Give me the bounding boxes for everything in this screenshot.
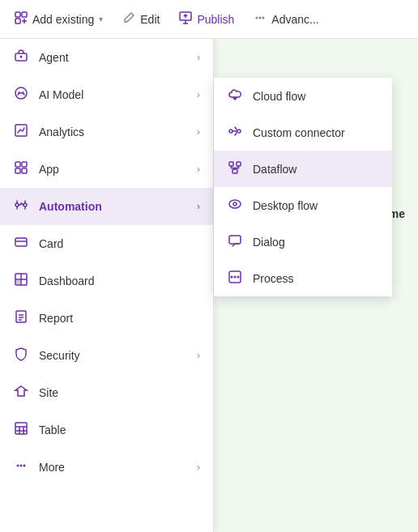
- advance-icon: [254, 11, 267, 28]
- analytics-chevron-icon: ›: [197, 126, 200, 138]
- submenu-desktop-flow-label: Desktop flow: [253, 199, 318, 212]
- analytics-icon: [13, 123, 29, 141]
- ai-model-icon: [13, 86, 29, 104]
- sidebar-item-dashboard-label: Dashboard: [39, 275, 200, 287]
- toolbar: Add existing ▾ Edit Publish: [0, 0, 418, 39]
- card-icon: [13, 235, 29, 253]
- sidebar-item-security[interactable]: Security ›: [0, 337, 213, 374]
- svg-rect-26: [16, 280, 20, 284]
- add-existing-chevron-icon: ▾: [99, 15, 103, 23]
- publish-button[interactable]: Publish: [171, 6, 242, 32]
- submenu-item-cloud-flow[interactable]: Cloud flow: [214, 78, 392, 114]
- dataflow-icon: [227, 160, 243, 177]
- automation-submenu: Cloud flow Custom connector: [214, 78, 392, 296]
- more-icon: [13, 458, 29, 476]
- sidebar-item-automation[interactable]: Automation ›: [0, 188, 213, 225]
- svg-point-51: [237, 276, 240, 279]
- submenu-item-custom-connector[interactable]: Custom connector: [214, 114, 392, 151]
- sidebar-item-dashboard[interactable]: Dashboard: [0, 262, 213, 300]
- svg-marker-31: [15, 386, 27, 396]
- sidebar-item-automation-label: Automation: [39, 200, 197, 213]
- svg-point-39: [23, 465, 26, 467]
- submenu-item-process[interactable]: Process: [214, 260, 392, 296]
- submenu-dataflow-label: Dataflow: [253, 163, 296, 176]
- svg-point-50: [234, 276, 237, 279]
- agent-chevron-icon: ›: [197, 52, 200, 63]
- sidebar-item-analytics[interactable]: Analytics ›: [0, 113, 213, 151]
- security-chevron-icon: ›: [197, 350, 200, 361]
- site-icon: [13, 384, 29, 402]
- report-icon: [13, 309, 29, 327]
- svg-rect-1: [22, 12, 27, 17]
- advance-label: Advanc...: [271, 13, 318, 26]
- svg-rect-32: [15, 423, 27, 434]
- more-chevron-icon: ›: [197, 462, 200, 473]
- svg-point-12: [19, 92, 20, 93]
- add-existing-label: Add existing: [32, 13, 94, 26]
- sidebar-item-agent-label: Agent: [39, 51, 197, 64]
- submenu-item-dataflow[interactable]: Dataflow: [214, 151, 392, 187]
- publish-icon: [179, 11, 192, 28]
- app-chevron-icon: ›: [197, 164, 200, 175]
- sidebar-item-analytics-label: Analytics: [39, 126, 197, 138]
- add-existing-button[interactable]: Add existing ▾: [6, 6, 111, 32]
- svg-point-38: [20, 465, 23, 467]
- custom-connector-icon: [227, 124, 243, 141]
- edit-icon: [122, 11, 135, 28]
- svg-rect-18: [22, 168, 27, 173]
- svg-point-46: [233, 202, 237, 206]
- app-icon: [13, 160, 29, 178]
- sidebar-item-ai-model[interactable]: AI Model ›: [0, 76, 213, 113]
- svg-rect-17: [15, 168, 20, 173]
- edit-button[interactable]: Edit: [114, 6, 168, 32]
- svg-point-13: [23, 92, 24, 93]
- svg-rect-2: [15, 19, 20, 23]
- agent-icon: [13, 49, 29, 66]
- sidebar-item-ai-model-label: AI Model: [39, 88, 197, 101]
- svg-rect-16: [22, 162, 27, 167]
- submenu-process-label: Process: [253, 272, 294, 285]
- publish-label: Publish: [197, 13, 234, 26]
- sidebar-item-card[interactable]: Card: [0, 225, 213, 262]
- advance-button[interactable]: Advanc...: [245, 6, 326, 32]
- svg-rect-21: [15, 238, 27, 246]
- desktop-flow-icon: [227, 197, 243, 214]
- sidebar-item-report[interactable]: Report: [0, 300, 213, 337]
- svg-point-7: [259, 16, 262, 19]
- sidebar-item-report-label: Report: [39, 312, 200, 325]
- svg-rect-0: [15, 12, 20, 17]
- submenu-item-dialog[interactable]: Dialog: [214, 223, 392, 260]
- automation-chevron-icon: ›: [197, 201, 200, 212]
- svg-point-10: [20, 56, 23, 58]
- svg-rect-15: [15, 162, 20, 167]
- sidebar-item-app[interactable]: App ›: [0, 151, 213, 188]
- submenu-item-desktop-flow[interactable]: Desktop flow: [214, 187, 392, 223]
- add-existing-icon: [15, 11, 28, 28]
- cloud-flow-icon: [227, 87, 243, 104]
- svg-rect-47: [229, 236, 241, 244]
- security-icon: [13, 347, 29, 364]
- sidebar-item-security-label: Security: [39, 349, 197, 362]
- dashboard-icon: [13, 272, 29, 290]
- submenu-dialog-label: Dialog: [253, 236, 285, 249]
- submenu-cloud-flow-label: Cloud flow: [253, 90, 305, 103]
- svg-point-8: [262, 16, 265, 19]
- left-menu: Agent › AI Model ›: [0, 39, 214, 532]
- svg-rect-27: [16, 311, 26, 322]
- sidebar-item-table-label: Table: [39, 423, 200, 436]
- sidebar-item-more-label: More: [39, 461, 197, 474]
- sidebar-item-card-label: Card: [39, 237, 200, 250]
- sidebar-item-agent[interactable]: Agent ›: [0, 39, 213, 76]
- sidebar-item-site[interactable]: Site: [0, 374, 213, 411]
- svg-point-6: [256, 16, 258, 19]
- svg-point-37: [17, 465, 19, 467]
- ai-model-chevron-icon: ›: [197, 89, 200, 100]
- main-area: Agent › AI Model ›: [0, 39, 418, 532]
- dialog-icon: [227, 233, 243, 250]
- table-icon: [13, 421, 29, 439]
- edit-label: Edit: [140, 13, 160, 26]
- process-icon: [227, 270, 243, 287]
- sidebar-item-table[interactable]: Table: [0, 411, 213, 449]
- automation-icon: [13, 198, 29, 215]
- sidebar-item-more[interactable]: More ›: [0, 449, 213, 486]
